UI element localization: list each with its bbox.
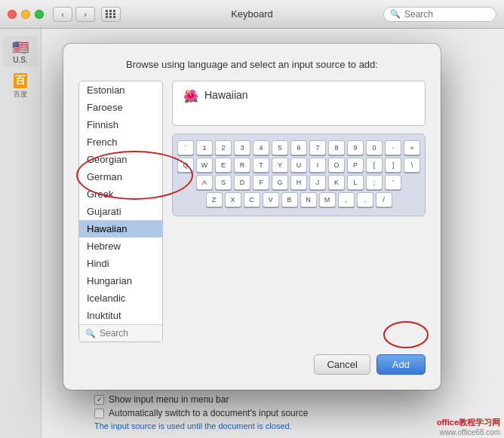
kb-key-y[interactable]: Y	[272, 158, 288, 173]
dialog-title: Browse using language and select an inpu…	[78, 59, 426, 70]
kb-key-i[interactable]: I	[309, 158, 326, 173]
kb-key-r[interactable]: R	[234, 158, 250, 173]
kb-key-period[interactable]: .	[357, 192, 373, 207]
kb-key-2[interactable]: 2	[215, 140, 232, 155]
kb-key-x[interactable]: X	[225, 192, 241, 207]
back-button[interactable]: ‹	[53, 7, 72, 22]
hawaiian-flag-icon: 🌺	[183, 89, 198, 103]
language-search-bar: 🔍	[79, 324, 162, 342]
kb-key-slash[interactable]: /	[376, 192, 392, 207]
window-title: Keyboard	[231, 8, 273, 20]
kb-key-a[interactable]: A	[196, 175, 213, 190]
language-item[interactable]: Icelandic	[79, 289, 162, 307]
language-item[interactable]: German	[79, 168, 162, 185]
main-content: 🇺🇸 U.S. 百 百度 + − Show input menu in menu…	[0, 29, 504, 438]
kb-key-v[interactable]: V	[263, 192, 279, 207]
selected-language-box: 🌺 Hawaiian	[172, 81, 426, 126]
kb-key-l[interactable]: L	[347, 175, 364, 190]
kb-key-5[interactable]: 5	[272, 140, 288, 155]
kb-key-9[interactable]: 9	[347, 140, 364, 155]
language-item[interactable]: Hawaiian	[79, 220, 162, 237]
kb-key-minus[interactable]: -	[385, 140, 401, 155]
kb-key-7[interactable]: 7	[309, 140, 326, 155]
kb-row-2: Q W E R T Y U I O P [ ] \	[177, 158, 420, 173]
kb-key-rbracket[interactable]: ]	[385, 158, 401, 173]
kb-key-backtick[interactable]: `	[177, 140, 194, 155]
selected-language-name: Hawaiian	[204, 89, 248, 101]
language-item[interactable]: Estonian	[79, 81, 162, 99]
kb-key-semicolon[interactable]: ;	[366, 175, 383, 190]
kb-key-q[interactable]: Q	[177, 158, 194, 173]
grid-button[interactable]	[101, 7, 121, 22]
add-button[interactable]: Add	[376, 354, 426, 375]
kb-key-3[interactable]: 3	[234, 140, 250, 155]
language-item[interactable]: Finnish	[79, 116, 162, 133]
language-search-input[interactable]	[100, 328, 163, 338]
kb-key-s[interactable]: S	[215, 175, 232, 190]
kb-key-4[interactable]: 4	[253, 140, 269, 155]
language-item[interactable]: Greek	[79, 185, 162, 203]
kb-key-comma[interactable]: ,	[338, 192, 355, 207]
minimize-button[interactable]	[21, 10, 30, 19]
kb-row-3: A S D F G H J K L ; '	[177, 175, 420, 190]
kb-key-n[interactable]: N	[300, 192, 317, 207]
forward-button[interactable]: ›	[75, 7, 95, 22]
dialog-right: 🌺 Hawaiian ` 1 2 3 4 5 6 7	[172, 81, 426, 342]
dialog-overlay: Browse using language and select an inpu…	[0, 29, 504, 438]
kb-key-equals[interactable]: =	[404, 140, 420, 155]
language-list-container: EstonianFaroeseFinnishFrenchGeorgianGerm…	[78, 81, 163, 342]
kb-key-o[interactable]: O	[328, 158, 345, 173]
keyboard-visual: ` 1 2 3 4 5 6 7 8 9 0 - =	[172, 133, 426, 216]
dialog: Browse using language and select an inpu…	[63, 44, 441, 390]
traffic-lights	[8, 10, 44, 19]
kb-key-p[interactable]: P	[347, 158, 364, 173]
language-item[interactable]: Hebrew	[79, 237, 162, 255]
language-item[interactable]: Hungarian	[79, 272, 162, 289]
language-item[interactable]: Inuktitut	[79, 307, 162, 324]
maximize-button[interactable]	[35, 10, 44, 19]
close-button[interactable]	[8, 10, 17, 19]
kb-key-e[interactable]: E	[215, 158, 232, 173]
kb-key-h[interactable]: H	[290, 175, 307, 190]
kb-key-8[interactable]: 8	[328, 140, 345, 155]
kb-key-quote[interactable]: '	[385, 175, 401, 190]
kb-key-j[interactable]: J	[309, 175, 326, 190]
language-item[interactable]: Hindi	[79, 255, 162, 272]
search-input[interactable]	[404, 9, 490, 20]
kb-key-1[interactable]: 1	[196, 140, 213, 155]
language-item[interactable]: Faroese	[79, 99, 162, 116]
kb-key-backslash[interactable]: \	[404, 158, 420, 173]
kb-key-0[interactable]: 0	[366, 140, 383, 155]
kb-key-6[interactable]: 6	[290, 140, 307, 155]
kb-key-w[interactable]: W	[196, 158, 213, 173]
kb-key-t[interactable]: T	[253, 158, 269, 173]
kb-key-m[interactable]: M	[319, 192, 336, 207]
title-bar: ‹ › Keyboard 🔍	[0, 0, 504, 29]
lang-search-icon: 🔍	[85, 329, 96, 338]
kb-key-d[interactable]: D	[234, 175, 250, 190]
kb-key-k[interactable]: K	[328, 175, 345, 190]
kb-key-f[interactable]: F	[253, 175, 269, 190]
search-bar: 🔍	[383, 7, 496, 22]
language-item[interactable]: Georgian	[79, 151, 162, 168]
kb-key-g[interactable]: G	[272, 175, 288, 190]
dialog-body: EstonianFaroeseFinnishFrenchGeorgianGerm…	[78, 81, 426, 342]
nav-buttons: ‹ ›	[53, 7, 95, 22]
kb-key-lbracket[interactable]: [	[366, 158, 383, 173]
search-icon: 🔍	[390, 9, 401, 19]
kb-key-c[interactable]: C	[244, 192, 260, 207]
kb-row-4: Z X C V B N M , . /	[177, 192, 420, 207]
kb-key-u[interactable]: U	[290, 158, 307, 173]
kb-key-z[interactable]: Z	[206, 192, 223, 207]
cancel-button[interactable]: Cancel	[314, 354, 370, 375]
dialog-buttons: Cancel Add	[78, 354, 426, 375]
kb-row-1: ` 1 2 3 4 5 6 7 8 9 0 - =	[177, 140, 420, 155]
language-list[interactable]: EstonianFaroeseFinnishFrenchGeorgianGerm…	[79, 81, 162, 324]
language-item[interactable]: Gujarati	[79, 203, 162, 220]
kb-key-b[interactable]: B	[281, 192, 298, 207]
language-item[interactable]: French	[79, 133, 162, 151]
